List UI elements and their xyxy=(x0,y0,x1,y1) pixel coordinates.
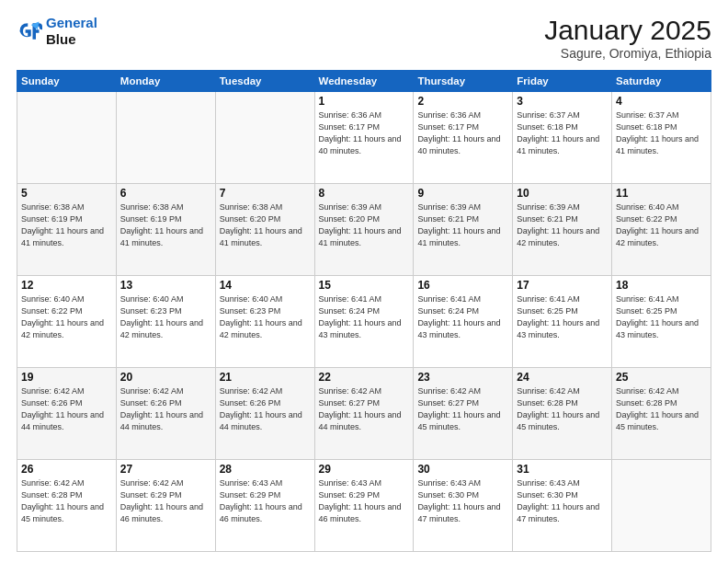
day-number: 10 xyxy=(517,187,608,200)
cell-info: Sunrise: 6:42 AM Sunset: 6:28 PM Dayligh… xyxy=(616,385,707,433)
logo-blue: Blue xyxy=(46,31,76,47)
calendar-cell: 10Sunrise: 6:39 AM Sunset: 6:21 PM Dayli… xyxy=(513,184,612,276)
logo: General Blue xyxy=(17,15,97,48)
day-number: 21 xyxy=(220,371,311,384)
cell-info: Sunrise: 6:42 AM Sunset: 6:28 PM Dayligh… xyxy=(517,385,608,433)
day-number: 9 xyxy=(417,187,508,200)
cell-info: Sunrise: 6:41 AM Sunset: 6:24 PM Dayligh… xyxy=(417,293,508,341)
calendar-cell: 27Sunrise: 6:42 AM Sunset: 6:29 PM Dayli… xyxy=(116,460,215,552)
cell-info: Sunrise: 6:43 AM Sunset: 6:29 PM Dayligh… xyxy=(220,477,311,525)
calendar-cell: 9Sunrise: 6:39 AM Sunset: 6:21 PM Daylig… xyxy=(414,184,513,276)
cell-info: Sunrise: 6:42 AM Sunset: 6:28 PM Dayligh… xyxy=(21,477,112,525)
day-number: 13 xyxy=(120,279,211,292)
calendar-cell: 12Sunrise: 6:40 AM Sunset: 6:22 PM Dayli… xyxy=(17,276,117,368)
day-number: 1 xyxy=(319,95,410,108)
logo-general: General xyxy=(46,15,97,30)
col-header-saturday: Saturday xyxy=(612,71,711,92)
calendar-cell: 5Sunrise: 6:38 AM Sunset: 6:19 PM Daylig… xyxy=(17,184,117,276)
cell-info: Sunrise: 6:38 AM Sunset: 6:19 PM Dayligh… xyxy=(120,201,211,249)
calendar-cell: 16Sunrise: 6:41 AM Sunset: 6:24 PM Dayli… xyxy=(414,276,513,368)
logo-text: General Blue xyxy=(46,15,97,48)
cell-info: Sunrise: 6:36 AM Sunset: 6:17 PM Dayligh… xyxy=(319,109,410,157)
day-number: 24 xyxy=(517,371,608,384)
calendar-cell: 1Sunrise: 6:36 AM Sunset: 6:17 PM Daylig… xyxy=(314,92,414,184)
calendar-table: SundayMondayTuesdayWednesdayThursdayFrid… xyxy=(17,70,711,552)
calendar-cell xyxy=(215,92,314,184)
cell-info: Sunrise: 6:42 AM Sunset: 6:27 PM Dayligh… xyxy=(417,385,508,433)
day-number: 6 xyxy=(120,187,211,200)
calendar-week-5: 26Sunrise: 6:42 AM Sunset: 6:28 PM Dayli… xyxy=(17,460,711,552)
day-number: 27 xyxy=(120,463,211,476)
day-number: 7 xyxy=(220,187,311,200)
col-header-thursday: Thursday xyxy=(414,71,513,92)
calendar-cell: 14Sunrise: 6:40 AM Sunset: 6:23 PM Dayli… xyxy=(215,276,314,368)
calendar-cell: 20Sunrise: 6:42 AM Sunset: 6:26 PM Dayli… xyxy=(116,368,215,460)
calendar-cell: 11Sunrise: 6:40 AM Sunset: 6:22 PM Dayli… xyxy=(612,184,711,276)
day-number: 3 xyxy=(517,95,608,108)
calendar-cell: 21Sunrise: 6:42 AM Sunset: 6:26 PM Dayli… xyxy=(215,368,314,460)
calendar-cell: 31Sunrise: 6:43 AM Sunset: 6:30 PM Dayli… xyxy=(513,460,612,552)
header: General Blue January 2025 Sagure, Oromiy… xyxy=(17,15,711,61)
calendar-cell: 15Sunrise: 6:41 AM Sunset: 6:24 PM Dayli… xyxy=(314,276,414,368)
calendar-cell: 28Sunrise: 6:43 AM Sunset: 6:29 PM Dayli… xyxy=(215,460,314,552)
col-header-monday: Monday xyxy=(116,71,215,92)
cell-info: Sunrise: 6:40 AM Sunset: 6:23 PM Dayligh… xyxy=(120,293,211,341)
day-number: 22 xyxy=(319,371,410,384)
page: General Blue January 2025 Sagure, Oromiy… xyxy=(0,0,728,563)
day-number: 18 xyxy=(616,279,707,292)
cell-info: Sunrise: 6:39 AM Sunset: 6:20 PM Dayligh… xyxy=(319,201,410,249)
col-header-sunday: Sunday xyxy=(17,71,117,92)
day-number: 30 xyxy=(417,463,508,476)
day-number: 25 xyxy=(616,371,707,384)
cell-info: Sunrise: 6:38 AM Sunset: 6:20 PM Dayligh… xyxy=(220,201,311,249)
cell-info: Sunrise: 6:43 AM Sunset: 6:30 PM Dayligh… xyxy=(517,477,608,525)
day-number: 5 xyxy=(21,187,112,200)
day-number: 12 xyxy=(21,279,112,292)
cell-info: Sunrise: 6:37 AM Sunset: 6:18 PM Dayligh… xyxy=(517,109,608,157)
day-number: 23 xyxy=(417,371,508,384)
calendar-header-row: SundayMondayTuesdayWednesdayThursdayFrid… xyxy=(17,71,711,92)
calendar-week-2: 5Sunrise: 6:38 AM Sunset: 6:19 PM Daylig… xyxy=(17,184,711,276)
cell-info: Sunrise: 6:42 AM Sunset: 6:26 PM Dayligh… xyxy=(120,385,211,433)
logo-icon xyxy=(17,18,42,44)
cell-info: Sunrise: 6:42 AM Sunset: 6:26 PM Dayligh… xyxy=(21,385,112,433)
calendar-cell: 6Sunrise: 6:38 AM Sunset: 6:19 PM Daylig… xyxy=(116,184,215,276)
cell-info: Sunrise: 6:43 AM Sunset: 6:30 PM Dayligh… xyxy=(417,477,508,525)
title-block: January 2025 Sagure, Oromiya, Ethiopia xyxy=(544,15,711,61)
col-header-friday: Friday xyxy=(513,71,612,92)
calendar-cell: 17Sunrise: 6:41 AM Sunset: 6:25 PM Dayli… xyxy=(513,276,612,368)
calendar-cell xyxy=(612,460,711,552)
col-header-wednesday: Wednesday xyxy=(314,71,414,92)
cell-info: Sunrise: 6:36 AM Sunset: 6:17 PM Dayligh… xyxy=(417,109,508,157)
cell-info: Sunrise: 6:38 AM Sunset: 6:19 PM Dayligh… xyxy=(21,201,112,249)
cell-info: Sunrise: 6:41 AM Sunset: 6:25 PM Dayligh… xyxy=(517,293,608,341)
cell-info: Sunrise: 6:40 AM Sunset: 6:22 PM Dayligh… xyxy=(616,201,707,249)
day-number: 16 xyxy=(417,279,508,292)
calendar-cell xyxy=(17,92,117,184)
cell-info: Sunrise: 6:41 AM Sunset: 6:24 PM Dayligh… xyxy=(319,293,410,341)
cell-info: Sunrise: 6:42 AM Sunset: 6:27 PM Dayligh… xyxy=(319,385,410,433)
day-number: 26 xyxy=(21,463,112,476)
calendar-cell: 24Sunrise: 6:42 AM Sunset: 6:28 PM Dayli… xyxy=(513,368,612,460)
calendar-cell: 25Sunrise: 6:42 AM Sunset: 6:28 PM Dayli… xyxy=(612,368,711,460)
day-number: 2 xyxy=(417,95,508,108)
day-number: 17 xyxy=(517,279,608,292)
calendar-cell xyxy=(116,92,215,184)
cell-info: Sunrise: 6:37 AM Sunset: 6:18 PM Dayligh… xyxy=(616,109,707,157)
day-number: 20 xyxy=(120,371,211,384)
calendar-cell: 19Sunrise: 6:42 AM Sunset: 6:26 PM Dayli… xyxy=(17,368,117,460)
calendar-cell: 3Sunrise: 6:37 AM Sunset: 6:18 PM Daylig… xyxy=(513,92,612,184)
calendar-week-4: 19Sunrise: 6:42 AM Sunset: 6:26 PM Dayli… xyxy=(17,368,711,460)
calendar-cell: 18Sunrise: 6:41 AM Sunset: 6:25 PM Dayli… xyxy=(612,276,711,368)
cell-info: Sunrise: 6:39 AM Sunset: 6:21 PM Dayligh… xyxy=(417,201,508,249)
location-subtitle: Sagure, Oromiya, Ethiopia xyxy=(544,46,711,61)
day-number: 4 xyxy=(616,95,707,108)
calendar-cell: 30Sunrise: 6:43 AM Sunset: 6:30 PM Dayli… xyxy=(414,460,513,552)
cell-info: Sunrise: 6:41 AM Sunset: 6:25 PM Dayligh… xyxy=(616,293,707,341)
cell-info: Sunrise: 6:39 AM Sunset: 6:21 PM Dayligh… xyxy=(517,201,608,249)
day-number: 8 xyxy=(319,187,410,200)
calendar-cell: 7Sunrise: 6:38 AM Sunset: 6:20 PM Daylig… xyxy=(215,184,314,276)
calendar-week-1: 1Sunrise: 6:36 AM Sunset: 6:17 PM Daylig… xyxy=(17,92,711,184)
cell-info: Sunrise: 6:42 AM Sunset: 6:29 PM Dayligh… xyxy=(120,477,211,525)
calendar-week-3: 12Sunrise: 6:40 AM Sunset: 6:22 PM Dayli… xyxy=(17,276,711,368)
